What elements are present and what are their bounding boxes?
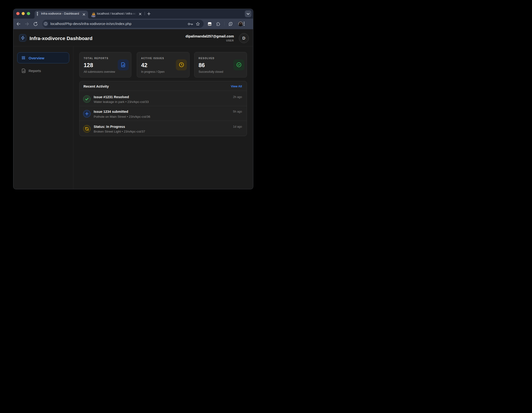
- svg-text:PMA: PMA: [91, 15, 95, 18]
